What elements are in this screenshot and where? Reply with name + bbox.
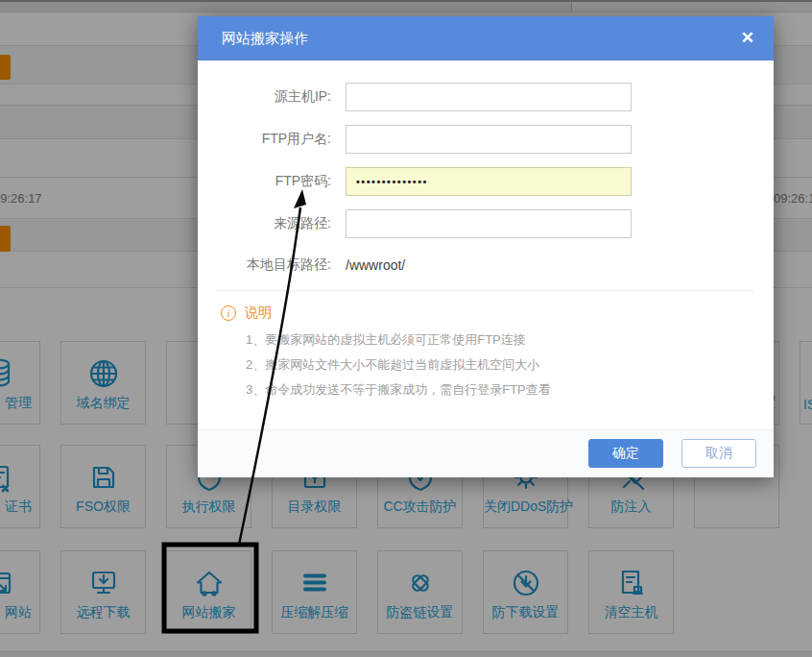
note-item: 3、命令成功发送不等于搬家成功，需自行登录FTP查看 (246, 377, 774, 402)
field-label: 来源路径: (198, 215, 331, 232)
modal-website-migration: 网站搬家操作 ✕ 源主机IP: FTP用户名: FTP密码: 来源路径: 本地目… (198, 16, 774, 477)
field-label: FTP用户名: (198, 131, 331, 148)
close-icon[interactable]: ✕ (737, 16, 758, 61)
form-row-source-ip: 源主机IP: (198, 83, 774, 111)
note-title: 说明 (245, 304, 272, 322)
note-header: i 说明 (221, 304, 774, 322)
note-item: 2、搬家网站文件大小不能超过当前虚拟主机空间大小 (246, 353, 774, 377)
modal-title: 网站搬家操作 (222, 16, 308, 61)
field-label: FTP密码: (198, 173, 331, 190)
target-path-value: /wwwroot/ (346, 257, 405, 273)
info-icon: i (221, 305, 236, 321)
form-row-source-path: 来源路径: (198, 209, 774, 238)
ftp-username-input[interactable] (346, 125, 632, 154)
modal-footer: 确定 取消 (198, 429, 774, 477)
note-item: 1、要搬家网站的虚拟主机必须可正常使用FTP连接 (246, 328, 774, 353)
form-row-ftp-user: FTP用户名: (198, 125, 774, 154)
modal-body: 源主机IP: FTP用户名: FTP密码: 来源路径: 本地目标路径: /www… (198, 61, 774, 402)
note-items: 1、要搬家网站的虚拟主机必须可正常使用FTP连接 2、搬家网站文件大小不能超过当… (246, 328, 774, 402)
cancel-button[interactable]: 取消 (681, 439, 756, 468)
form-row-ftp-password: FTP密码: (198, 167, 774, 196)
field-label: 本地目标路径: (198, 256, 331, 274)
note-section: i 说明 1、要搬家网站的虚拟主机必须可正常使用FTP连接 2、搬家网站文件大小… (221, 304, 774, 402)
field-label: 源主机IP: (198, 88, 331, 106)
form-row-target-path: 本地目标路径: /wwwroot/ (198, 256, 774, 275)
ftp-password-input[interactable] (346, 167, 632, 196)
modal-header: 网站搬家操作 ✕ (198, 16, 774, 61)
divider (217, 290, 754, 291)
source-ip-input[interactable] (346, 83, 632, 111)
confirm-button[interactable]: 确定 (588, 439, 663, 468)
page: 09:26:17 09:26:17 管理域名绑定FT置IS证书FSO权限执行权限… (0, 0, 812, 657)
source-path-input[interactable] (346, 209, 632, 238)
